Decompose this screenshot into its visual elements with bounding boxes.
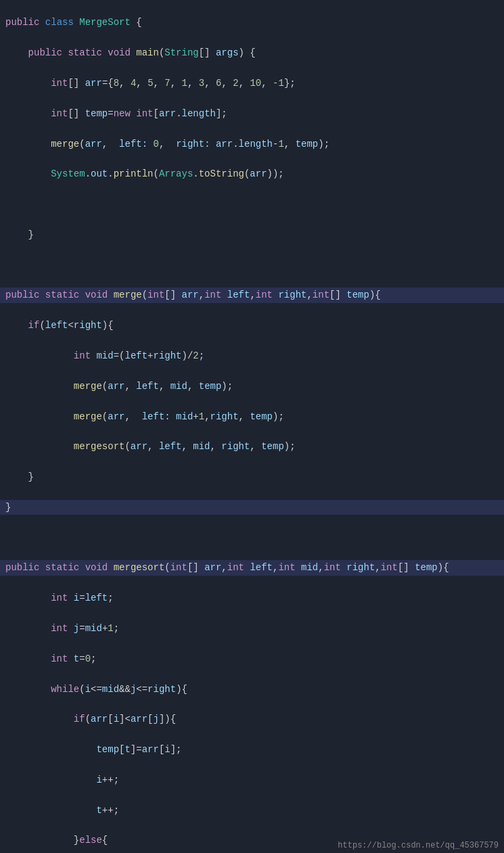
token-brace: { bbox=[136, 17, 141, 28]
token-class: class bbox=[45, 17, 74, 28]
line-19: public static void mergesort(int[] arr,i… bbox=[0, 560, 504, 575]
line-20: int i=left; bbox=[0, 591, 504, 605]
token-public: public bbox=[5, 17, 39, 28]
token-main: main bbox=[136, 47, 159, 58]
line-7 bbox=[0, 197, 504, 212]
line-17: } bbox=[0, 500, 504, 515]
footer-url: https://blog.csdn.net/qq_45367579 bbox=[332, 838, 504, 853]
token-void: void bbox=[108, 47, 131, 58]
line-24: if(arr[i]<arr[j]){ bbox=[0, 712, 504, 727]
line-13: merge(arr, left, mid, temp); bbox=[0, 379, 504, 394]
line-3: int[] arr={8, 4, 5, 7, 1, 3, 6, 2, 10, -… bbox=[0, 76, 504, 91]
line-14: merge(arr, left: mid+1,right, temp); bbox=[0, 409, 504, 424]
line-27: t++; bbox=[0, 803, 504, 818]
token-classname: MergeSort bbox=[79, 17, 131, 28]
line-16: } bbox=[0, 469, 504, 484]
code-editor: public class MergeSort { public static v… bbox=[0, 0, 504, 853]
line-26: i++; bbox=[0, 773, 504, 787]
token-public2: public bbox=[28, 47, 62, 58]
line-18 bbox=[0, 530, 504, 545]
line-10: public static void merge(int[] arr,int l… bbox=[0, 287, 504, 302]
line-15: mergesort(arr, left, mid, right, temp); bbox=[0, 439, 504, 454]
line-25: temp[t]=arr[i]; bbox=[0, 742, 504, 757]
line-4: int[] temp=new int[arr.length]; bbox=[0, 106, 504, 121]
line-22: int t=0; bbox=[0, 651, 504, 666]
line-1: public class MergeSort { bbox=[0, 15, 504, 30]
line-21: int j=mid+1; bbox=[0, 621, 504, 636]
line-2: public static void main(String[] args) { bbox=[0, 45, 504, 60]
line-6: System.out.println(Arrays.toString(arr))… bbox=[0, 166, 504, 181]
line-11: if(left<right){ bbox=[0, 318, 504, 333]
token-static: static bbox=[68, 47, 101, 58]
line-8: } bbox=[0, 227, 504, 242]
line-5: merge(arr, left: 0, right: arr.length-1,… bbox=[0, 137, 504, 152]
line-23: while(i<=mid&&j<=right){ bbox=[0, 682, 504, 697]
line-12: int mid=(left+right)/2; bbox=[0, 348, 504, 363]
line-9 bbox=[0, 258, 504, 273]
